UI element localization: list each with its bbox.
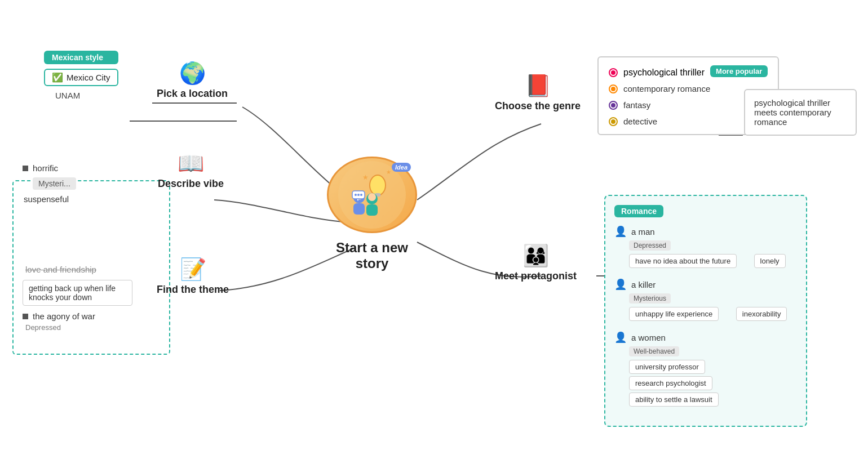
theme-depressed-label: Depressed [25,323,132,332]
unam-item[interactable]: UNAM [55,91,118,100]
genre-fantasy: fantasy [623,100,650,110]
idea-badge: Idea [392,163,411,172]
women-detail-1: university professor [629,360,705,374]
center-circle[interactable]: ★ ★ Idea [327,157,417,233]
women-detail-3: ability to settle a lawsuit [629,392,719,407]
check-icon: ✅ [52,72,63,83]
vibe-sq-icon [23,166,28,171]
protagonist-man-section: 👤 a man Depressed have no idea about the… [614,225,797,270]
theme-agony-war[interactable]: the agony of war [23,311,132,321]
genre-result-box: psychological thriller meets contemporar… [744,89,857,136]
genre-dot-orange [609,84,618,93]
theme-items: love and friendship getting back up when… [23,265,132,332]
svg-text:★: ★ [362,173,369,181]
mexico-city-item[interactable]: ✅ Mexico City [44,69,118,86]
vibe-mysterious[interactable]: Mysteri... [33,177,76,190]
genre-result-text: psychological thriller meets contemporar… [754,98,831,127]
protagonist-killer[interactable]: 👤 a killer [614,278,797,291]
svg-text:★: ★ [386,169,391,175]
killer-icon: 👤 [614,278,627,291]
protagonist-women-section: 👤 a women Well-behaved university profes… [614,331,797,409]
center-title: Start a new story [321,240,423,271]
theme-love-friendship[interactable]: love and friendship [25,265,132,274]
svg-point-22 [360,194,362,196]
svg-point-20 [355,194,357,196]
genre-contemporary-romance: contemporary romance [623,84,710,93]
theme-agony-sq-icon [23,314,28,319]
meet-protagonist-branch: 👨‍👩‍👦 Meet protagonist [495,243,577,282]
genre-book-icon: 📕 [525,73,551,98]
more-popular-badge[interactable]: More popular [710,65,768,77]
genre-dot-red [609,68,618,77]
globe-icon: 🌍 [179,61,206,86]
vibe-horrific[interactable]: horrific [23,163,76,173]
describe-vibe-branch: 📖 Describe vibe [158,151,224,190]
women-wellbehaved-badge: Well-behaved [629,346,679,356]
svg-rect-13 [353,203,365,215]
svg-rect-16 [366,204,378,216]
man-detail-2: lonely [754,254,786,268]
romance-badge[interactable]: Romance [614,205,663,217]
choose-genre-branch: 📕 Choose the genre [495,73,581,112]
man-icon: 👤 [614,225,627,238]
genre-dot-purple [609,101,618,110]
man-label: a man [631,227,655,237]
find-theme-branch: 📝 Find the theme [157,257,229,296]
man-detail-1: have no idea about the future [629,254,737,268]
vibe-items: horrific Mysteri... suspenseful [23,163,76,204]
genre-dot-yellow [609,117,618,126]
genre-row-psychological[interactable]: psychological thriller More popular [609,65,768,79]
genre-detective: detective [623,117,657,126]
choose-genre-label: Choose the genre [495,100,581,112]
notes-icon: 📝 [180,257,206,282]
book-icon: 📖 [178,151,204,176]
women-detail-2: research psychologist [629,376,712,390]
svg-point-17 [368,193,376,201]
describe-vibe-label: Describe vibe [158,178,224,190]
genre-psychological-thriller: psychological thriller [623,68,705,78]
svg-point-21 [357,194,360,196]
pick-location-branch: 🌍 Pick a location [157,61,228,100]
women-label: a women [631,333,666,342]
theme-getting-back[interactable]: getting back up when life knocks your do… [23,280,132,306]
killer-detail-1: unhappy life experience [629,307,719,321]
killer-mysterious-badge: Mysterious [629,293,671,304]
location-items: Mexican style ✅ Mexico City UNAM [44,51,118,100]
protagonist-man[interactable]: 👤 a man [614,225,797,238]
find-theme-label: Find the theme [157,284,229,296]
killer-label: a killer [631,280,656,289]
pick-location-label: Pick a location [157,88,228,100]
man-depressed-badge: Depressed [629,240,671,251]
protagonist-women[interactable]: 👤 a women [614,331,797,343]
vibe-suspenseful[interactable]: suspenseful [24,194,76,204]
protagonist-icon: 👨‍👩‍👦 [522,243,549,268]
svg-point-8 [370,175,386,195]
protagonist-box: Romance 👤 a man Depressed have no idea a… [604,195,807,427]
mexican-style-tag[interactable]: Mexican style [44,51,118,64]
women-icon: 👤 [614,331,627,343]
protagonist-killer-section: 👤 a killer Mysterious unhappy life exper… [614,278,797,323]
meet-protagonist-label: Meet protagonist [495,270,577,282]
killer-detail-2: inexorability [736,307,787,321]
center-node: ★ ★ Idea Start a new story [321,163,423,265]
